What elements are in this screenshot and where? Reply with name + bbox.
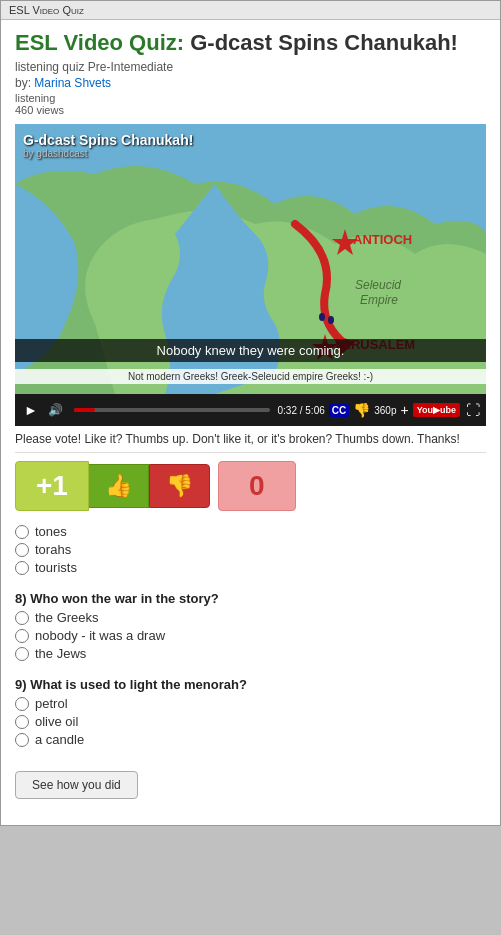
label-tones: tones [35,524,67,539]
option-draw: nobody - it was a draw [15,628,482,643]
radio-tones[interactable] [15,525,29,539]
svg-text:Empire: Empire [360,293,398,307]
volume-button[interactable]: 🔊 [45,403,66,417]
video-thumb-down[interactable]: 👎 [353,402,370,418]
option-jews: the Jews [15,646,482,661]
video-frame: ANTIOCH Seleucid Empire JERUSALEM G-dcas… [15,124,486,394]
radio-petrol[interactable] [15,697,29,711]
quiz-title-black: G-dcast Spins Chanukah! [184,30,458,55]
overlay-author: by gdashdcast [23,148,193,159]
vote-message: Please vote! Like it? Thumbs up. Don't l… [15,426,486,453]
quiz-meta: listening quiz Pre-Intemediate [15,60,486,74]
content-area: ESL Video Quiz: G-dcast Spins Chanukah! … [1,20,500,825]
quiz-stats: listening 460 views [15,92,486,116]
title-bar: ESL Video Quiz [1,1,500,20]
app-window: ESL Video Quiz ESL Video Quiz: G-dcast S… [0,0,501,826]
label-greeks: the Greeks [35,610,99,625]
quality-button[interactable]: 360p [374,405,396,416]
video-controls: ► 🔊 0:32 / 5:06 CC 👎 360p + You▶ube ⛶ [15,394,486,426]
label-torahs: torahs [35,542,71,557]
option-tourists: tourists [15,560,482,575]
label-candle: a candle [35,732,84,747]
quiz-section-8: 8) Who won the war in the story? the Gre… [15,587,482,661]
radio-jews[interactable] [15,647,29,661]
quiz-title: ESL Video Quiz: G-dcast Spins Chanukah! [15,30,486,56]
progress-bar-fill [74,408,96,412]
quiz-title-green: ESL Video Quiz: [15,30,184,55]
option-petrol: petrol [15,696,482,711]
overlay-title: G-dcast Spins Chanukah! [23,132,193,148]
quiz-type: listening quiz Pre-Intemediate [15,60,173,74]
views-label: 460 views [15,104,486,116]
option-torahs: torahs [15,542,482,557]
label-tourists: tourists [35,560,77,575]
radio-candle[interactable] [15,733,29,747]
vote-row: +1 👍 👎 0 [15,461,486,511]
radio-draw[interactable] [15,629,29,643]
quiz-section-7-partial: tones torahs tourists [15,517,482,575]
option-olive-oil: olive oil [15,714,482,729]
svg-text:Seleucid: Seleucid [355,278,401,292]
quiz-scroll-area[interactable]: tones torahs tourists 8) Who won the war… [15,517,486,825]
subtitle-text: Nobody knew they were coming. [157,343,345,358]
listening-label: listening [15,92,486,104]
quiz-section-9: 9) What is used to light the menorah? pe… [15,673,482,747]
subtitle-bar: Nobody knew they were coming. [15,339,486,362]
label-olive-oil: olive oil [35,714,78,729]
time-display: 0:32 / 5:06 [278,405,325,416]
plus-one-badge: +1 [15,461,89,511]
option-candle: a candle [15,732,482,747]
title-bar-label: ESL Video Quiz [9,4,84,16]
question-8-label: 8) Who won the war in the story? [15,591,482,606]
fullscreen-button[interactable]: ⛶ [466,402,480,418]
quiz-author-line: by: Marina Shvets [15,76,486,90]
youtube-logo: You▶ube [413,403,460,417]
question-9-label: 9) What is used to light the menorah? [15,677,482,692]
video-container: ANTIOCH Seleucid Empire JERUSALEM G-dcas… [15,124,486,426]
by-label: by: [15,76,31,90]
radio-tourists[interactable] [15,561,29,575]
option-tones: tones [15,524,482,539]
svg-text:ANTIOCH: ANTIOCH [353,232,412,247]
thumb-down-button[interactable]: 👎 [149,464,210,508]
see-how-button[interactable]: See how you did [15,771,138,799]
vote-count: 0 [218,461,296,511]
play-button[interactable]: ► [21,402,41,418]
vote-message-text: Please vote! Like it? Thumbs up. Don't l… [15,432,460,446]
progress-bar-container[interactable] [74,408,270,412]
radio-greeks[interactable] [15,611,29,625]
annotation-text: Not modern Greeks! Greek-Seleucid empire… [128,371,373,382]
radio-olive-oil[interactable] [15,715,29,729]
label-draw: nobody - it was a draw [35,628,165,643]
annotation-bar: Not modern Greeks! Greek-Seleucid empire… [15,369,486,384]
svg-point-9 [328,316,334,324]
svg-point-8 [319,313,325,321]
plus-button[interactable]: + [400,402,408,418]
radio-torahs[interactable] [15,543,29,557]
author-link[interactable]: Marina Shvets [34,76,111,90]
thumb-up-button[interactable]: 👍 [89,464,149,508]
label-jews: the Jews [35,646,86,661]
video-title-overlay: G-dcast Spins Chanukah! by gdashdcast [23,132,193,159]
option-greeks: the Greeks [15,610,482,625]
cc-button[interactable]: CC [329,404,349,417]
label-petrol: petrol [35,696,68,711]
